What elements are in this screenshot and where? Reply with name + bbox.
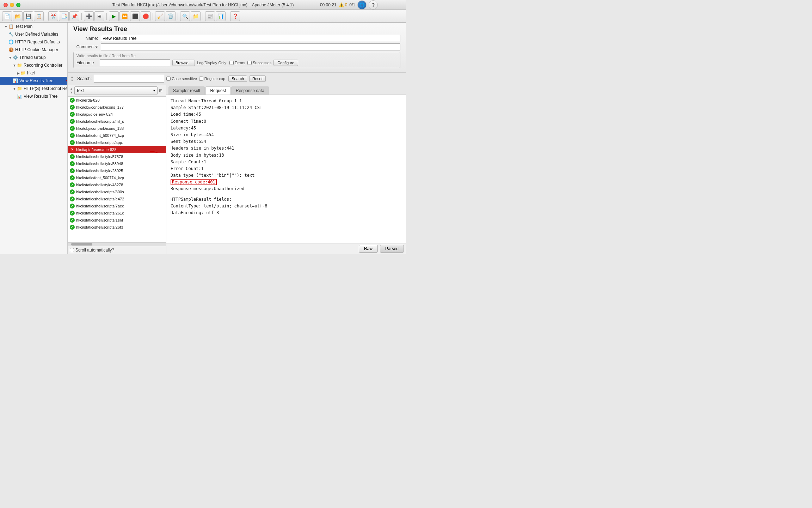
result-item-1[interactable]: ✓ hkci/erda-820 bbox=[68, 97, 166, 104]
search-btn[interactable]: Search bbox=[228, 75, 247, 82]
data-type-line: Data type ("text"|"bin"|""): text bbox=[171, 172, 402, 179]
sidebar-item-test-plan[interactable]: ▼ 📋 Test Plan bbox=[0, 23, 67, 30]
help-icon[interactable]: ? bbox=[369, 0, 378, 10]
browse-button[interactable]: 📁 bbox=[191, 11, 201, 21]
regular-exp-checkbox[interactable] bbox=[199, 77, 203, 81]
result-item-13[interactable]: ✓ hkci/static/shell/style/48278 bbox=[68, 181, 166, 188]
horiz-scrollbar[interactable] bbox=[68, 242, 166, 246]
new-button[interactable]: 📄 bbox=[2, 11, 12, 21]
configure-btn[interactable]: Configure bbox=[273, 60, 298, 66]
raw-btn[interactable]: Raw bbox=[359, 245, 378, 253]
list-up-arrow[interactable]: ▲ bbox=[70, 87, 73, 91]
filter-icon[interactable]: ⊞ bbox=[159, 88, 164, 93]
errors-checkbox-label[interactable]: Errors bbox=[229, 61, 245, 65]
result-item-16[interactable]: ✓ hkci/static/shell/scripts/7aec bbox=[68, 202, 166, 210]
status-ok-icon-3: ✓ bbox=[70, 112, 75, 117]
tab-request[interactable]: Request bbox=[205, 86, 230, 95]
case-sensitive-checkbox[interactable] bbox=[166, 77, 171, 81]
result-item-14[interactable]: ✓ hkci/static/shell/scripts/800s bbox=[68, 188, 166, 195]
result-item-6[interactable]: ✓ hkci/static/font_500774_kzp bbox=[68, 132, 166, 139]
status-ok-icon-15: ✓ bbox=[70, 196, 75, 201]
sidebar-item-cookie-manager[interactable]: 🍪 HTTP Cookie Manager bbox=[0, 46, 67, 54]
comments-input[interactable] bbox=[101, 43, 400, 50]
expand-button[interactable]: ➕ bbox=[84, 11, 94, 21]
result-item-19[interactable]: ✓ hkci/static/shell/scripts/26f3 bbox=[68, 224, 166, 231]
stop-button[interactable]: ⬛ bbox=[130, 11, 140, 21]
list-down-arrow[interactable]: ▼ bbox=[70, 91, 73, 94]
result-item-9[interactable]: ✓ hkci/static/shell/style/57578 bbox=[68, 153, 166, 160]
saveas-button[interactable]: 📋 bbox=[34, 11, 44, 21]
filename-input[interactable] bbox=[100, 59, 170, 66]
paste-button[interactable]: 📌 bbox=[69, 11, 79, 21]
horiz-scroll-thumb[interactable] bbox=[71, 243, 92, 246]
result-item-15[interactable]: ✓ hkci/static/shell/scripts/e472 bbox=[68, 195, 166, 202]
sidebar-item-hkci[interactable]: ▶ 📁 hkci bbox=[0, 69, 67, 77]
sidebar-item-thread-group[interactable]: ▼ ⚙️ Thread Group bbox=[0, 54, 67, 61]
result-item-17[interactable]: ✓ hkci/static/shell/scripts/261c bbox=[68, 210, 166, 217]
list-nav-arrows[interactable]: ▲ ▼ bbox=[70, 87, 73, 94]
copy-button[interactable]: 📑 bbox=[59, 11, 69, 21]
headers-size-line: Headers size in bytes:441 bbox=[171, 145, 402, 152]
shutdown-button[interactable]: 🛑 bbox=[141, 11, 150, 21]
text-dropdown[interactable]: Text ▼ bbox=[74, 86, 158, 95]
window-controls[interactable] bbox=[4, 3, 20, 7]
sidebar-item-http-defaults[interactable]: 🌐 HTTP Request Defaults bbox=[0, 38, 67, 46]
regular-exp-label[interactable]: Regular exp. bbox=[199, 77, 226, 81]
result-item-10[interactable]: ✓ hkci/static/shell/style/53948 bbox=[68, 160, 166, 167]
minimize-button[interactable] bbox=[10, 3, 14, 7]
result-label-7: hkci/static/shell/scripts/app. bbox=[76, 140, 123, 145]
start-no-pauses-button[interactable]: ⏩ bbox=[119, 11, 129, 21]
successes-checkbox[interactable] bbox=[247, 61, 252, 65]
clear-button[interactable]: 🧹 bbox=[155, 11, 165, 21]
result-item-2[interactable]: ✓ hkci/obj/iconpark/icons_177 bbox=[68, 104, 166, 111]
reset-btn[interactable]: Reset bbox=[249, 75, 266, 82]
write-results-box: Write results to file / Read from file F… bbox=[73, 52, 400, 68]
case-sensitive-label[interactable]: Case sensitive bbox=[166, 77, 197, 81]
sidebar-item-recording-controller[interactable]: ▼ 📁 Recording Controller bbox=[0, 61, 67, 69]
result-label-5: hkci/obj/iconpark/icons_138 bbox=[76, 126, 124, 131]
successes-checkbox-label[interactable]: Successes bbox=[247, 61, 271, 65]
parsed-btn[interactable]: Parsed bbox=[380, 245, 404, 253]
scroll-up-arrow[interactable]: ▲ bbox=[70, 75, 74, 79]
result-item-12[interactable]: ✓ hkci/static/font_500774_kzp bbox=[68, 174, 166, 181]
clearall-button[interactable]: 🗑️ bbox=[166, 11, 176, 21]
view-results-2-icon: 📊 bbox=[17, 94, 22, 99]
result-item-3[interactable]: ✓ hkci/api/dice-env-824 bbox=[68, 111, 166, 118]
browse-btn[interactable]: Browse... bbox=[172, 60, 195, 66]
sidebar-item-view-results-2[interactable]: 📊 View Results Tree bbox=[0, 92, 67, 100]
globe-icon[interactable]: 🌐 bbox=[357, 0, 367, 10]
result-item-8[interactable]: ✕ hkci/api/-/users/me-828 bbox=[68, 146, 166, 153]
start-button[interactable]: ▶ bbox=[109, 11, 119, 21]
result-item-4[interactable]: ✓ hkci/static/shell/scripts/mf_s bbox=[68, 118, 166, 125]
errors-checkbox[interactable] bbox=[229, 61, 234, 65]
scroll-auto-checkbox[interactable] bbox=[70, 248, 74, 252]
search-input[interactable] bbox=[94, 75, 164, 83]
scroll-down-arrow[interactable]: ▼ bbox=[70, 79, 74, 82]
monitor-button[interactable]: 📊 bbox=[216, 11, 226, 21]
result-item-11[interactable]: ✓ hkci/static/shell/style/28025 bbox=[68, 167, 166, 174]
help-toolbar-button[interactable]: ❓ bbox=[230, 11, 240, 21]
expand-all-button[interactable]: ⊞ bbox=[94, 11, 104, 21]
sidebar-item-view-results-selected[interactable]: 📊 View Results Tree bbox=[0, 77, 67, 85]
result-item-18[interactable]: ✓ hkci/static/shell/scripts/1e6f bbox=[68, 217, 166, 224]
scroll-auto-label[interactable]: Scroll automatically? bbox=[70, 248, 114, 253]
maximize-button[interactable] bbox=[16, 3, 20, 7]
tab-sampler-result[interactable]: Sampler result bbox=[168, 86, 205, 95]
result-item-5[interactable]: ✓ hkci/obj/iconpark/icons_138 bbox=[68, 125, 166, 132]
tab-response-data[interactable]: Response data bbox=[231, 86, 269, 95]
close-button[interactable] bbox=[4, 3, 8, 7]
open-button[interactable]: 📂 bbox=[13, 11, 23, 21]
comments-row: Comments: bbox=[73, 43, 400, 50]
sep4 bbox=[153, 13, 153, 20]
sidebar-item-http-recorder[interactable]: ▼ 📁 HTTP(S) Test Script Recorder bbox=[0, 85, 67, 92]
save-button[interactable]: 💾 bbox=[23, 11, 33, 21]
template-button[interactable]: 📰 bbox=[205, 11, 215, 21]
name-input[interactable] bbox=[101, 35, 400, 42]
search-toolbar-button[interactable]: 🔍 bbox=[180, 11, 190, 21]
cut-button[interactable]: ✂️ bbox=[48, 11, 58, 21]
filename-label: Filename bbox=[76, 60, 98, 65]
result-item-7[interactable]: ✓ hkci/static/shell/scripts/app. bbox=[68, 139, 166, 146]
panel-header: View Results Tree Name: Comments: Write … bbox=[68, 23, 406, 73]
sidebar-item-user-vars[interactable]: 🔧 User Defined Variables bbox=[0, 30, 67, 38]
vert-scroll-arrows[interactable]: ▲ ▼ bbox=[70, 75, 74, 82]
